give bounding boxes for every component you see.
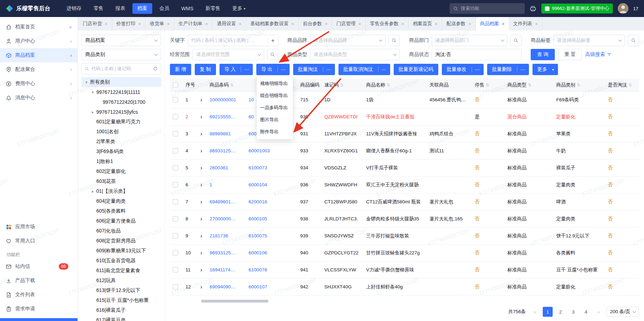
barcode-link[interactable]: 69215555… bbox=[207, 114, 246, 119]
tree-node[interactable]: 1001|名创 bbox=[81, 127, 161, 137]
page-button-4[interactable]: 4 bbox=[581, 307, 591, 317]
barcode-link[interactable]: 69489601… bbox=[207, 199, 246, 204]
page-button-3[interactable]: 3 bbox=[568, 307, 578, 317]
table-row[interactable]: 7›69489601…6200016937CT12BWPJ580CT12百威啤酒… bbox=[170, 193, 639, 210]
column-header-name[interactable]: 商品名称 ⇅ bbox=[363, 82, 427, 88]
nav-menu-新零售[interactable]: 新零售 bbox=[200, 3, 225, 14]
brand-select[interactable]: 请选择商品品牌 bbox=[310, 35, 386, 46]
nav-menu-零售[interactable]: 零售 bbox=[89, 3, 108, 14]
code-link[interactable]: 6000104 bbox=[246, 182, 287, 187]
code-link[interactable]: 6100076 bbox=[246, 267, 287, 272]
export-menu-item-图片导出[interactable]: 图片导出 bbox=[257, 114, 293, 126]
more-options-icon[interactable]: ⋯ bbox=[323, 67, 335, 72]
export-menu-item-一品多码导出[interactable]: 一品多码导出 bbox=[257, 102, 293, 114]
table-row[interactable]: 10›96933125…6000106940GZPDCLYGT22甘竹牌豆豉鲮鱼… bbox=[170, 244, 639, 261]
row-checkbox[interactable] bbox=[173, 216, 178, 221]
tree-node[interactable]: 607|化妆品 bbox=[81, 226, 161, 236]
row-checkbox[interactable] bbox=[173, 148, 178, 153]
sort-icon[interactable]: ⇅ bbox=[628, 83, 632, 88]
tab-生产计划单[interactable]: 生产计划单 × bbox=[174, 17, 212, 30]
expand-row-icon[interactable]: › bbox=[198, 284, 207, 290]
sidebar-item-文件列表[interactable]: 文件列表 bbox=[0, 288, 78, 302]
refresh-icon[interactable] bbox=[153, 66, 158, 71]
nav-menu-WMS[interactable]: WMS bbox=[176, 4, 198, 13]
tag-search-button[interactable] bbox=[628, 35, 639, 46]
avatar[interactable] bbox=[618, 3, 628, 14]
code-link[interactable]: 6100075 bbox=[246, 233, 287, 238]
scope-select[interactable]: 请选择经营范围 bbox=[193, 49, 264, 60]
sidebar-item-需求申请[interactable]: 需求申请 bbox=[0, 302, 78, 316]
table-row[interactable]: 9›21817366100075939SNSDJYWSZ三牛苏打椒盐味散装否标准… bbox=[170, 227, 639, 244]
collapse-icon[interactable]: « bbox=[69, 24, 72, 30]
global-search-input[interactable]: 搜索功能 bbox=[450, 3, 525, 14]
barcode-link[interactable]: 27000000… bbox=[207, 216, 246, 221]
nav-menu-进销存[interactable]: 进销存 bbox=[62, 3, 86, 14]
brand-search-button[interactable] bbox=[388, 35, 400, 46]
dept-select[interactable]: 请选择商品部门 bbox=[432, 35, 507, 46]
tree-node[interactable]: 2|苹果类 bbox=[81, 137, 161, 147]
nav-menu-档案[interactable]: 档案 bbox=[132, 3, 152, 14]
table-row[interactable]: 8›27000000…6000105938JLRLDTJHTC3.金锣肉粒多特级… bbox=[170, 210, 639, 227]
row-checkbox[interactable] bbox=[173, 165, 178, 170]
expand-row-icon[interactable]: › bbox=[198, 97, 207, 103]
select-all-checkbox[interactable] bbox=[173, 82, 178, 88]
expand-row-icon[interactable]: › bbox=[198, 233, 207, 239]
expand-row-icon[interactable]: › bbox=[198, 131, 207, 137]
tree-node[interactable]: 617|裸装豆类 bbox=[81, 315, 161, 321]
expand-row-icon[interactable]: › bbox=[198, 148, 207, 154]
table-row[interactable]: 2›69215555…60930QZBWWDETDI千渣百味我de土豆番茄是混合… bbox=[170, 108, 639, 125]
sort-icon[interactable]: ⇅ bbox=[486, 83, 489, 88]
tree-node[interactable]: 604|定量肉类 bbox=[81, 196, 161, 206]
tab-门店补货[interactable]: 门店补货 × bbox=[79, 17, 112, 30]
export-menu-item-附件导出[interactable]: 附件导出 bbox=[257, 126, 293, 138]
expand-row-icon[interactable]: › bbox=[198, 250, 207, 256]
next-page-button[interactable]: › bbox=[594, 307, 604, 317]
tag-select[interactable]: 请选择商品标签 bbox=[553, 35, 625, 46]
scope-search-button[interactable] bbox=[267, 49, 278, 60]
tree-node[interactable]: 610|五金百货电器 bbox=[81, 256, 161, 266]
category-search-input[interactable]: 代码 | 名称 | 速记码 bbox=[81, 63, 161, 74]
tree-node[interactable]: 613|饼干12.9元以下 bbox=[81, 286, 161, 295]
barcode-link[interactable]: 88989881 bbox=[207, 131, 246, 136]
expand-row-icon[interactable]: › bbox=[198, 199, 207, 205]
close-icon[interactable]: × bbox=[239, 21, 241, 27]
tree-node[interactable]: ▾ 所有类别 bbox=[81, 77, 161, 87]
row-checkbox[interactable] bbox=[173, 250, 178, 255]
row-checkbox[interactable] bbox=[173, 199, 178, 204]
tree-node[interactable]: 606|定量方便食品 bbox=[81, 216, 161, 226]
table-row[interactable]: 1›1000000001107151D1袋456456,曹氏鸭脖…否标准商品F6… bbox=[170, 91, 639, 108]
tree-node[interactable]: 601|定量糖果巧克力 bbox=[81, 117, 161, 127]
tab-通用设置[interactable]: 通用设置 × bbox=[212, 17, 246, 30]
tree-node[interactable]: 3|F69条码类 bbox=[81, 147, 161, 157]
more-options-icon[interactable]: ⋯ bbox=[517, 67, 529, 72]
tree-caret-icon[interactable]: ▸ bbox=[90, 110, 96, 114]
code-link[interactable]: 60001003 bbox=[246, 148, 287, 153]
horizontal-scrollbar[interactable] bbox=[170, 299, 639, 303]
sidebar-item-配送聚合[interactable]: 配送聚合 › bbox=[0, 62, 78, 77]
expand-row-icon[interactable]: › bbox=[198, 165, 207, 171]
expand-row-icon[interactable]: › bbox=[198, 182, 207, 188]
sidebar-item-站内信[interactable]: 站内信 86 bbox=[0, 259, 78, 274]
tree-node[interactable]: 611|南北货定量素食 bbox=[81, 266, 161, 276]
add-filter-button[interactable]: + bbox=[268, 38, 275, 44]
tree-caret-icon[interactable]: ▸ bbox=[90, 189, 96, 194]
more-options-icon[interactable]: ⋯ bbox=[378, 67, 390, 72]
table-row[interactable]: 13› bbox=[170, 295, 639, 298]
code-link[interactable]: 6100073 bbox=[246, 165, 287, 170]
close-icon[interactable]: × bbox=[138, 21, 141, 27]
code-link[interactable]: 6000105 bbox=[246, 216, 287, 221]
table-row[interactable]: 6›16000104936SHWZWWDFH双汇王中王无淀粉火腿肠否标准商品定量… bbox=[170, 176, 639, 193]
close-icon[interactable]: × bbox=[358, 21, 361, 27]
category-mode-select[interactable]: 商品类别 bbox=[81, 49, 161, 60]
column-header-obsolete[interactable]: 是否淘汰 ⇅ bbox=[605, 82, 639, 88]
close-icon[interactable]: × bbox=[502, 21, 505, 27]
status-input[interactable]: 淘汰:否 bbox=[432, 49, 522, 60]
barcode-link[interactable]: 69094090… bbox=[207, 284, 246, 289]
tree-node[interactable]: 615|豆干 豆腐*小包称重 bbox=[81, 295, 161, 305]
row-checkbox[interactable] bbox=[173, 97, 178, 102]
tab-收货单[interactable]: 收货单 × bbox=[146, 17, 174, 30]
query-button[interactable]: 查 询 bbox=[531, 49, 555, 60]
row-checkbox[interactable] bbox=[173, 267, 178, 272]
sidebar-item-常用入口[interactable]: 常用入口 bbox=[0, 234, 78, 248]
more-options-icon[interactable]: ⋯ bbox=[278, 67, 290, 72]
